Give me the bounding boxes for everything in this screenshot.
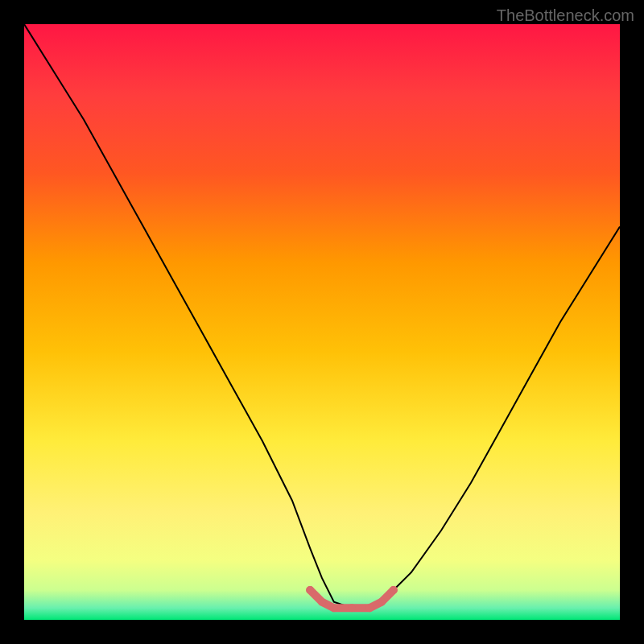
- highlight-dot: [365, 604, 374, 612]
- chart-container: [24, 24, 620, 620]
- highlight-dot: [348, 604, 356, 612]
- highlight-dot: [378, 598, 386, 606]
- gradient-background: [24, 24, 620, 620]
- highlight-dot: [390, 586, 398, 594]
- chart-svg: [24, 24, 620, 620]
- watermark-text: TheBottleneck.com: [497, 6, 634, 25]
- highlight-dot: [318, 598, 326, 606]
- highlight-dot: [330, 604, 338, 612]
- highlight-dot: [306, 586, 314, 594]
